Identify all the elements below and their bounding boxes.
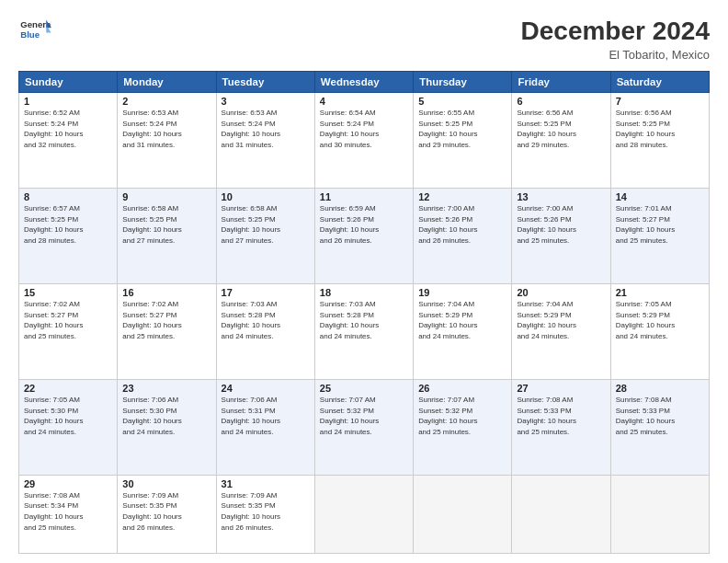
day-info: Sunrise: 7:07 AMSunset: 5:32 PMDaylight:… — [418, 395, 506, 437]
day-cell-13: 13Sunrise: 7:00 AMSunset: 5:26 PMDayligh… — [512, 188, 610, 283]
day-info: Sunrise: 7:04 AMSunset: 5:29 PMDaylight:… — [517, 299, 605, 341]
day-number: 7 — [616, 96, 704, 107]
day-cell-8: 8Sunrise: 6:57 AMSunset: 5:25 PMDaylight… — [19, 188, 118, 283]
day-number: 30 — [122, 478, 210, 489]
day-info: Sunrise: 7:02 AMSunset: 5:27 PMDaylight:… — [122, 299, 210, 341]
day-number: 1 — [24, 96, 112, 107]
day-info: Sunrise: 7:09 AMSunset: 5:35 PMDaylight:… — [122, 490, 210, 533]
header: General Blue December 2024 El Tobarito, … — [18, 17, 710, 62]
day-info: Sunrise: 7:03 AMSunset: 5:28 PMDaylight:… — [320, 299, 408, 341]
day-info: Sunrise: 7:09 AMSunset: 5:35 PMDaylight:… — [222, 490, 310, 533]
week-row-5: 29Sunrise: 7:08 AMSunset: 5:34 PMDayligh… — [19, 475, 710, 553]
day-cell-22: 22Sunrise: 7:05 AMSunset: 5:30 PMDayligh… — [19, 379, 118, 475]
day-number: 27 — [517, 383, 605, 394]
day-number: 25 — [320, 383, 408, 394]
logo: General Blue — [18, 17, 51, 42]
day-number: 21 — [616, 287, 704, 298]
empty-cell — [512, 475, 610, 553]
col-header-saturday: Saturday — [610, 72, 709, 93]
week-row-1: 1Sunrise: 6:52 AMSunset: 5:24 PMDaylight… — [19, 93, 710, 189]
day-cell-14: 14Sunrise: 7:01 AMSunset: 5:27 PMDayligh… — [610, 188, 709, 283]
day-number: 16 — [122, 287, 210, 298]
calendar: SundayMondayTuesdayWednesdayThursdayFrid… — [18, 71, 710, 554]
day-info: Sunrise: 7:06 AMSunset: 5:30 PMDaylight:… — [122, 395, 210, 437]
day-number: 9 — [122, 191, 210, 202]
calendar-table: SundayMondayTuesdayWednesdayThursdayFrid… — [18, 71, 710, 554]
day-info: Sunrise: 6:54 AMSunset: 5:24 PMDaylight:… — [320, 108, 408, 150]
day-number: 14 — [616, 191, 704, 202]
day-cell-27: 27Sunrise: 7:08 AMSunset: 5:33 PMDayligh… — [512, 379, 610, 475]
day-cell-24: 24Sunrise: 7:06 AMSunset: 5:31 PMDayligh… — [216, 379, 314, 475]
day-number: 24 — [222, 383, 310, 394]
title-block: December 2024 El Tobarito, Mexico — [521, 17, 710, 62]
day-number: 10 — [222, 191, 310, 202]
day-number: 17 — [222, 287, 310, 298]
day-number: 8 — [24, 191, 112, 202]
day-cell-28: 28Sunrise: 7:08 AMSunset: 5:33 PMDayligh… — [610, 379, 709, 475]
week-row-4: 22Sunrise: 7:05 AMSunset: 5:30 PMDayligh… — [19, 379, 710, 475]
day-cell-26: 26Sunrise: 7:07 AMSunset: 5:32 PMDayligh… — [414, 379, 512, 475]
day-cell-5: 5Sunrise: 6:55 AMSunset: 5:25 PMDaylight… — [414, 93, 512, 189]
day-cell-3: 3Sunrise: 6:53 AMSunset: 5:24 PMDaylight… — [216, 93, 314, 189]
day-cell-23: 23Sunrise: 7:06 AMSunset: 5:30 PMDayligh… — [118, 379, 216, 475]
day-cell-11: 11Sunrise: 6:59 AMSunset: 5:26 PMDayligh… — [314, 188, 413, 283]
day-info: Sunrise: 7:08 AMSunset: 5:33 PMDaylight:… — [517, 395, 605, 437]
day-info: Sunrise: 6:53 AMSunset: 5:24 PMDaylight:… — [122, 108, 210, 150]
col-header-sunday: Sunday — [19, 72, 118, 93]
day-cell-9: 9Sunrise: 6:58 AMSunset: 5:25 PMDaylight… — [118, 188, 216, 283]
empty-cell — [610, 475, 709, 553]
day-number: 3 — [222, 96, 310, 107]
day-number: 26 — [418, 383, 506, 394]
col-header-tuesday: Tuesday — [216, 72, 314, 93]
day-cell-30: 30Sunrise: 7:09 AMSunset: 5:35 PMDayligh… — [118, 475, 216, 553]
svg-text:Blue: Blue — [20, 29, 40, 40]
day-cell-10: 10Sunrise: 6:58 AMSunset: 5:25 PMDayligh… — [216, 188, 314, 283]
day-number: 29 — [24, 478, 112, 489]
day-cell-12: 12Sunrise: 7:00 AMSunset: 5:26 PMDayligh… — [414, 188, 512, 283]
day-number: 13 — [517, 191, 605, 202]
day-info: Sunrise: 7:05 AMSunset: 5:29 PMDaylight:… — [616, 299, 704, 341]
day-info: Sunrise: 6:59 AMSunset: 5:26 PMDaylight:… — [320, 203, 408, 246]
day-info: Sunrise: 7:01 AMSunset: 5:27 PMDaylight:… — [616, 203, 704, 246]
day-cell-2: 2Sunrise: 6:53 AMSunset: 5:24 PMDaylight… — [118, 93, 216, 189]
day-number: 12 — [418, 191, 506, 202]
day-number: 23 — [122, 383, 210, 394]
day-cell-17: 17Sunrise: 7:03 AMSunset: 5:28 PMDayligh… — [216, 283, 314, 379]
day-number: 4 — [320, 96, 408, 107]
empty-cell — [414, 475, 512, 553]
col-header-friday: Friday — [512, 72, 610, 93]
day-cell-1: 1Sunrise: 6:52 AMSunset: 5:24 PMDaylight… — [19, 93, 118, 189]
day-cell-15: 15Sunrise: 7:02 AMSunset: 5:27 PMDayligh… — [19, 283, 118, 379]
col-header-thursday: Thursday — [414, 72, 512, 93]
day-info: Sunrise: 6:53 AMSunset: 5:24 PMDaylight:… — [222, 108, 310, 150]
day-cell-6: 6Sunrise: 6:56 AMSunset: 5:25 PMDaylight… — [512, 93, 610, 189]
page: General Blue December 2024 El Tobarito, … — [0, 0, 728, 563]
day-number: 20 — [517, 287, 605, 298]
day-cell-7: 7Sunrise: 6:56 AMSunset: 5:25 PMDaylight… — [610, 93, 709, 189]
col-header-wednesday: Wednesday — [314, 72, 413, 93]
day-info: Sunrise: 6:56 AMSunset: 5:25 PMDaylight:… — [517, 108, 605, 150]
day-info: Sunrise: 7:04 AMSunset: 5:29 PMDaylight:… — [418, 299, 506, 341]
day-info: Sunrise: 6:57 AMSunset: 5:25 PMDaylight:… — [24, 203, 112, 246]
day-number: 22 — [24, 383, 112, 394]
week-row-2: 8Sunrise: 6:57 AMSunset: 5:25 PMDaylight… — [19, 188, 710, 283]
day-number: 6 — [517, 96, 605, 107]
day-cell-18: 18Sunrise: 7:03 AMSunset: 5:28 PMDayligh… — [314, 283, 413, 379]
day-info: Sunrise: 6:58 AMSunset: 5:25 PMDaylight:… — [222, 203, 310, 246]
day-info: Sunrise: 7:03 AMSunset: 5:28 PMDaylight:… — [222, 299, 310, 341]
week-row-3: 15Sunrise: 7:02 AMSunset: 5:27 PMDayligh… — [19, 283, 710, 379]
day-number: 31 — [222, 478, 310, 489]
day-info: Sunrise: 7:07 AMSunset: 5:32 PMDaylight:… — [320, 395, 408, 437]
day-info: Sunrise: 7:08 AMSunset: 5:34 PMDaylight:… — [24, 490, 112, 533]
day-number: 15 — [24, 287, 112, 298]
header-row: SundayMondayTuesdayWednesdayThursdayFrid… — [19, 72, 710, 93]
day-cell-4: 4Sunrise: 6:54 AMSunset: 5:24 PMDaylight… — [314, 93, 413, 189]
day-number: 28 — [616, 383, 704, 394]
logo-icon: General Blue — [18, 17, 51, 42]
day-info: Sunrise: 7:02 AMSunset: 5:27 PMDaylight:… — [24, 299, 112, 341]
day-cell-20: 20Sunrise: 7:04 AMSunset: 5:29 PMDayligh… — [512, 283, 610, 379]
day-info: Sunrise: 7:00 AMSunset: 5:26 PMDaylight:… — [418, 203, 506, 246]
day-number: 18 — [320, 287, 408, 298]
day-info: Sunrise: 6:52 AMSunset: 5:24 PMDaylight:… — [24, 108, 112, 150]
day-cell-19: 19Sunrise: 7:04 AMSunset: 5:29 PMDayligh… — [414, 283, 512, 379]
